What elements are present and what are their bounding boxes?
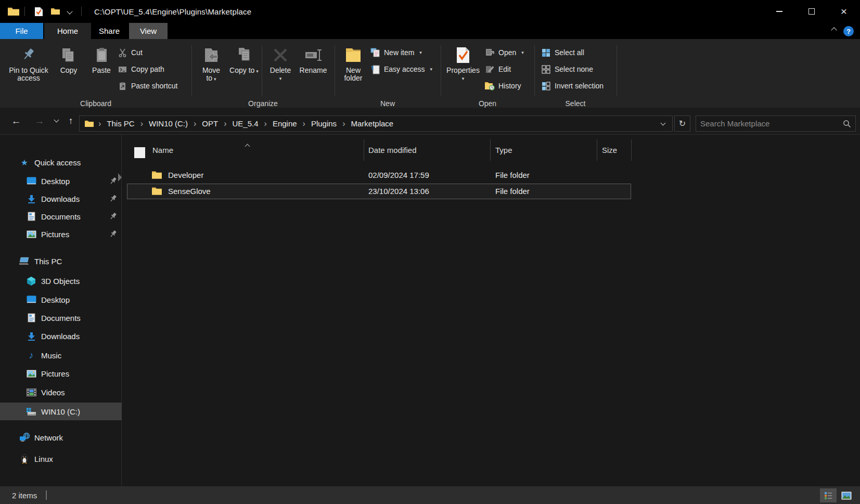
address-dropdown-icon[interactable]	[661, 120, 666, 125]
search-icon[interactable]	[843, 120, 851, 128]
sidebar-item-documents[interactable]: Documents	[0, 309, 122, 327]
search-input[interactable]	[700, 119, 843, 128]
open-button[interactable]: Open ▾	[485, 45, 524, 60]
select-all-checkbox[interactable]	[134, 147, 145, 158]
sort-ascending-icon[interactable]	[246, 141, 249, 150]
folder-icon	[152, 187, 162, 196]
breadcrumb-separator-icon[interactable]: ›	[338, 119, 350, 128]
move-to-button[interactable]: Move to▾	[197, 44, 226, 98]
quick-access-toolbar-chevron-icon[interactable]	[67, 8, 72, 14]
breadcrumb-this-pc[interactable]: This PC	[106, 119, 135, 128]
history-button[interactable]: History	[485, 78, 521, 94]
help-button[interactable]: ?	[843, 26, 854, 36]
breadcrumb-opt[interactable]: OPT	[201, 119, 219, 128]
column-divider[interactable]	[490, 139, 491, 161]
paste-button[interactable]: Paste	[87, 44, 116, 98]
recent-locations-button[interactable]	[50, 108, 62, 134]
newfolder-quick-icon[interactable]	[50, 7, 60, 16]
paste-icon	[93, 46, 110, 64]
sidebar-item-pictures-qa[interactable]: Pictures	[0, 225, 122, 243]
column-divider[interactable]	[631, 139, 632, 161]
column-header-modified[interactable]: Date modified	[368, 139, 417, 161]
ribbon-separator	[534, 45, 535, 96]
breadcrumb-separator-icon[interactable]: ›	[189, 119, 201, 128]
desktop-icon	[26, 294, 36, 305]
cut-button[interactable]: Cut	[118, 45, 143, 60]
sidebar-item-network[interactable]: Network	[0, 429, 122, 446]
breadcrumb-separator-icon[interactable]: ›	[260, 119, 272, 128]
properties-button[interactable]: Properties▾	[444, 44, 482, 98]
sidebar-item-downloads[interactable]: Downloads	[0, 327, 122, 345]
column-header-type[interactable]: Type	[495, 139, 512, 161]
tab-view[interactable]: View	[129, 23, 168, 39]
search-box[interactable]	[696, 115, 856, 132]
sidebar-item-3d-objects[interactable]: 3D Objects	[0, 272, 122, 290]
back-button[interactable]: ←	[8, 108, 24, 134]
close-button[interactable]: ×	[828, 0, 860, 23]
sidebar-item-music[interactable]: ♪ Music	[0, 346, 122, 364]
ribbon-separator	[617, 45, 617, 96]
easy-access-button[interactable]: Easy access ▾	[370, 61, 432, 77]
breadcrumb-separator-icon[interactable]: ›	[298, 119, 310, 128]
breadcrumb-plugins[interactable]: Plugins	[310, 119, 338, 128]
thumbnail-view-button[interactable]	[838, 488, 855, 502]
sidebar-item-linux[interactable]: Linux	[0, 450, 122, 468]
address-bar[interactable]: › This PC › WIN10 (C:) › OPT › UE_5.4 › …	[79, 115, 673, 132]
pin-to-quick-access-button[interactable]: Pin to Quick access	[6, 44, 51, 98]
app-folder-icon	[8, 7, 19, 16]
new-item-button[interactable]: New item ▾	[370, 45, 422, 60]
ribbon-separator	[262, 45, 262, 96]
column-divider[interactable]	[364, 139, 364, 161]
paste-shortcut-button[interactable]: Paste shortcut	[118, 78, 178, 94]
close-icon: ×	[841, 5, 847, 18]
breadcrumb-marketplace[interactable]: Marketplace	[350, 119, 394, 128]
rename-button[interactable]: Rename	[297, 44, 330, 98]
column-header-size[interactable]: Size	[602, 139, 617, 161]
sidebar-item-documents-qa[interactable]: Documents	[0, 208, 122, 225]
edit-button[interactable]: Edit	[485, 61, 511, 77]
invert-selection-button[interactable]: Invert selection	[541, 78, 604, 94]
properties-quick-icon[interactable]	[33, 7, 44, 16]
sidebar-item-pictures[interactable]: Pictures	[0, 365, 122, 382]
copy-to-button[interactable]: Copy to▾	[229, 44, 259, 98]
pin-icon	[109, 212, 118, 221]
help-icon: ?	[846, 28, 851, 35]
column-divider[interactable]	[597, 139, 597, 161]
sidebar-item-videos[interactable]: Videos	[0, 383, 122, 401]
dropdown-icon: ▾	[256, 69, 259, 74]
breadcrumb-separator-icon[interactable]: ›	[94, 119, 106, 128]
breadcrumb-separator-icon[interactable]: ›	[219, 119, 231, 128]
sidebar-item-win10-c[interactable]: WIN10 (C:)	[0, 403, 122, 420]
tab-file[interactable]: File	[0, 23, 43, 39]
file-row-senseglove[interactable]: SenseGlove 23/10/2024 13:06 File folder	[0, 184, 860, 199]
minimize-button[interactable]	[763, 0, 795, 23]
dropdown-icon: ▾	[521, 50, 524, 55]
ribbon-collapse-icon[interactable]	[831, 27, 837, 33]
copy-button[interactable]: Copy	[55, 44, 82, 98]
videos-icon	[26, 387, 36, 397]
breadcrumb-engine[interactable]: Engine	[272, 119, 298, 128]
open-group-label: Open	[441, 99, 534, 108]
new-folder-button[interactable]: New folder	[339, 44, 368, 98]
up-button[interactable]: ↑	[63, 108, 78, 134]
delete-button[interactable]: Delete▾	[266, 44, 295, 98]
details-view-button[interactable]	[820, 488, 837, 502]
sidebar-item-desktop[interactable]: Desktop	[0, 291, 122, 308]
file-row-developer[interactable]: Developer 02/09/2024 17:59 File folder	[0, 167, 860, 183]
maximize-button[interactable]	[795, 0, 828, 23]
refresh-button[interactable]: ↻	[674, 115, 690, 132]
sidebar-item-this-pc[interactable]: This PC	[0, 252, 122, 270]
open-icon	[485, 48, 495, 58]
pin-icon	[20, 46, 37, 64]
breadcrumb-win10-c[interactable]: WIN10 (C:)	[148, 119, 189, 128]
breadcrumb-ue54[interactable]: UE_5.4	[232, 119, 260, 128]
linux-penguin-icon	[19, 454, 30, 464]
column-header-name[interactable]: Name	[152, 139, 173, 161]
copy-path-button[interactable]: Copy path	[118, 61, 164, 77]
select-all-button[interactable]: Select all	[541, 45, 584, 60]
tab-home[interactable]: Home	[44, 23, 91, 39]
tab-share[interactable]: Share	[93, 23, 126, 39]
forward-button[interactable]: →	[32, 108, 47, 134]
select-none-button[interactable]: Select none	[541, 61, 593, 77]
breadcrumb-separator-icon[interactable]: ›	[136, 119, 148, 128]
